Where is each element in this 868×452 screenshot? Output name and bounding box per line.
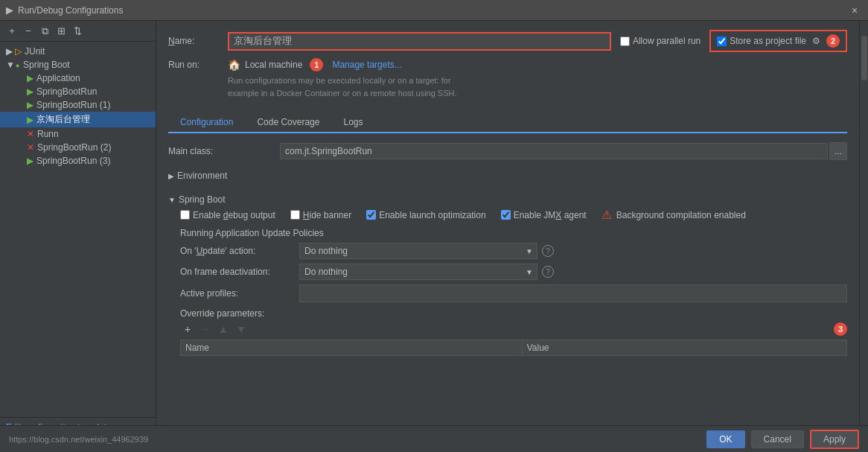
main-class-row: Main class: ... (168, 142, 847, 160)
ok-button[interactable]: OK (706, 430, 744, 448)
on-frame-select[interactable]: Do nothing Update classes and resources … (299, 264, 537, 280)
allow-parallel-option: Allow parallel run (620, 36, 701, 46)
remove-config-button[interactable]: − (21, 24, 36, 39)
tab-configuration[interactable]: Configuration (168, 112, 245, 133)
springbootrun1-icon: ▶ (27, 100, 33, 110)
debug-output-label: Enable debug output (193, 210, 275, 220)
hide-banner-checkbox-item: Hide banner (290, 210, 351, 220)
launch-opt-checkbox-item: Enable launch optimization (366, 210, 485, 220)
on-frame-row: On frame deactivation: Do nothing Update… (180, 264, 847, 280)
tree-item-junit[interactable]: ▶ ▷ JUnit (0, 45, 156, 58)
override-up-button[interactable]: ▲ (216, 322, 231, 337)
top-options: Allow parallel run Store as project file… (620, 30, 847, 52)
tree-item-runn[interactable]: ✕ Runn (0, 127, 156, 141)
header-area: Name: Allow parallel run Store as projec… (168, 30, 847, 106)
policies-section: Running Application Update Policies On '… (180, 228, 847, 280)
badge-2: 2 (826, 34, 840, 48)
override-label: Override parameters: (180, 308, 847, 319)
settings-icon: ⚙ (812, 36, 820, 46)
bg-compile-checkbox-item: ⚠ Background compilation enabled (601, 208, 746, 222)
on-update-help-icon[interactable]: ? (542, 245, 554, 257)
title-text: Run/Debug Configurations (18, 5, 847, 16)
launch-opt-label: Enable launch optimization (379, 210, 485, 220)
on-update-select-container: Do nothing Update classes and resources … (299, 243, 554, 259)
springbootrun1-label: SpringBootRun (1) (36, 100, 110, 110)
browse-button[interactable]: ... (829, 142, 847, 160)
tree-arrow-junit: ▶ (6, 46, 15, 57)
springbootrun2-label: SpringBootRun (2) (37, 142, 111, 153)
tree-item-springbootrun1[interactable]: ▶ SpringBootRun (1) (0, 98, 156, 112)
tree-item-springbootrun3[interactable]: ▶ SpringBootRun (3) (0, 154, 156, 168)
spring-boot-header[interactable]: ▼ Spring Boot (168, 191, 847, 208)
bottom-left: https://blog.csdn.net/weixin_44962939 (9, 435, 148, 444)
main-class-label: Main class: (168, 146, 280, 156)
header-top-row: Name: Allow parallel run Store as projec… (168, 30, 847, 52)
tree-item-springboot-group[interactable]: ▼ ⬥ Spring Boot (0, 58, 156, 71)
watermark-text: https://blog.csdn.net/weixin_44962939 (9, 435, 148, 444)
override-name-header: Name (181, 340, 523, 356)
name-row: Name: (168, 32, 620, 51)
run-on-value: 🏠 Local machine 1 (228, 58, 323, 71)
on-update-select[interactable]: Do nothing Update classes and resources … (299, 243, 537, 259)
application-label: Application (36, 73, 80, 83)
jmx-agent-checkbox-item: Enable JMX agent (501, 210, 587, 220)
app-icon: ▶ (27, 73, 33, 83)
bottom-bar: https://blog.csdn.net/weixin_44962939 OK… (0, 425, 868, 452)
debug-output-checkbox[interactable] (180, 210, 190, 220)
environment-header[interactable]: ▶ Environment (168, 168, 847, 184)
tab-code-coverage[interactable]: Code Coverage (245, 112, 331, 133)
override-section: Override parameters: + − ▲ ▼ 3 (180, 308, 847, 356)
hide-banner-label: Hide banner (303, 210, 351, 220)
warning-icon: ⚠ (601, 208, 612, 222)
sort-config-button[interactable]: ⇅ (70, 24, 85, 39)
apply-button[interactable]: Apply (810, 430, 859, 449)
hide-banner-checkbox[interactable] (290, 210, 300, 220)
runn-icon: ✕ (27, 129, 34, 139)
bg-compile-label: Background compilation enabled (616, 210, 746, 220)
badge-1: 1 (310, 58, 323, 71)
override-toolbar: + − ▲ ▼ 3 (180, 322, 847, 337)
on-update-row: On 'Update' action: Do nothing Update cl… (180, 243, 847, 259)
tab-logs[interactable]: Logs (331, 112, 374, 133)
config-content: Main class: ... ▶ Environment ▼ Spring B… (168, 142, 847, 363)
springboot-arrow-icon: ▼ (168, 196, 176, 204)
launch-opt-checkbox[interactable] (366, 210, 376, 220)
copy-config-button[interactable]: ⧉ (37, 24, 52, 39)
allow-parallel-checkbox[interactable] (620, 36, 630, 46)
close-button[interactable]: × (847, 3, 862, 18)
on-frame-help-icon[interactable]: ? (542, 266, 554, 278)
main-class-input[interactable] (280, 143, 828, 159)
left-panel: + − ⧉ ⊞ ⇅ ▶ ▷ JUnit ▼ ⬥ Spring Boot (0, 21, 156, 452)
environment-label: Environment (177, 171, 227, 181)
manage-targets-link[interactable]: Manage targets... (332, 60, 401, 70)
local-machine-icon: 🏠 (228, 59, 240, 71)
tree-item-application[interactable]: ▶ Application (0, 71, 156, 85)
cancel-button[interactable]: Cancel (751, 430, 804, 448)
jmx-agent-checkbox[interactable] (501, 210, 511, 220)
group-config-button[interactable]: ⊞ (54, 24, 68, 39)
run-on-row: Run on: 🏠 Local machine 1 Manage targets… (168, 58, 847, 71)
jingtao-icon: ▶ (27, 115, 33, 125)
on-frame-label: On frame deactivation: (180, 267, 299, 277)
on-frame-select-container: Do nothing Update classes and resources … (299, 264, 554, 280)
store-project-checkbox[interactable] (717, 36, 727, 46)
tree-arrow-springboot: ▼ (6, 60, 15, 70)
springbootrun3-label: SpringBootRun (3) (36, 156, 110, 166)
active-profiles-row: Active profiles: (180, 284, 847, 302)
add-config-button[interactable]: + (4, 24, 19, 39)
override-down-button[interactable]: ▼ (234, 322, 249, 337)
tree-item-jingtao[interactable]: ▶ 京淘后台管理 (0, 112, 156, 127)
name-input[interactable] (228, 32, 611, 51)
spring-boot-label: Spring Boot (179, 194, 226, 205)
scrollbar-thumb (861, 36, 867, 80)
tree-item-springbootrun2[interactable]: ✕ SpringBootRun (2) (0, 141, 156, 154)
tree-item-springbootrun[interactable]: ▶ SpringBootRun (0, 85, 156, 98)
jmx-agent-label: Enable JMX agent (514, 210, 587, 220)
spring-boot-content: Enable debug output Hide banner Enable l… (168, 208, 847, 356)
active-profiles-input[interactable] (299, 284, 847, 302)
scrollbar[interactable] (859, 21, 868, 452)
on-frame-select-wrapper: Do nothing Update classes and resources … (299, 264, 537, 280)
override-table: Name Value (180, 340, 847, 356)
override-remove-button[interactable]: − (198, 322, 213, 337)
override-add-button[interactable]: + (180, 322, 195, 337)
